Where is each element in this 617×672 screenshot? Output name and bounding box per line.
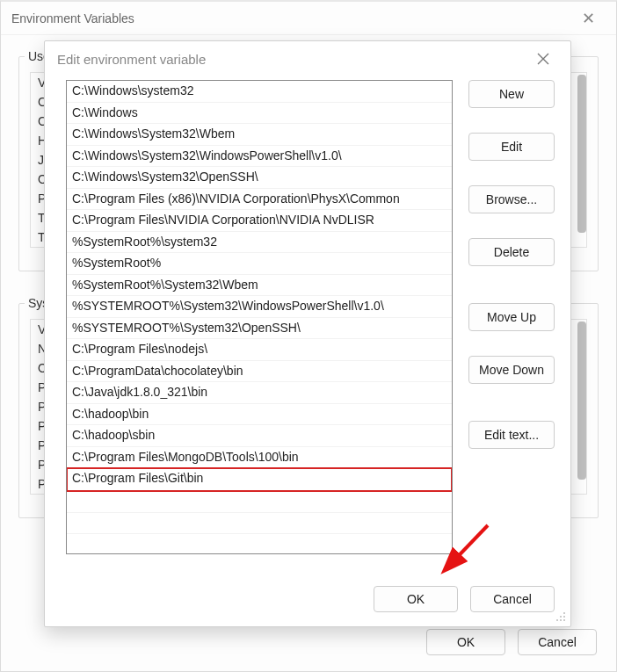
path-entry[interactable]: C:\Program Files (x86)\NVIDIA Corporatio… — [67, 189, 452, 211]
path-entry[interactable]: C:\Program Files\NVIDIA Corporation\NVID… — [67, 210, 452, 232]
edit-titlebar: Edit environment variable — [45, 41, 570, 76]
path-entry[interactable]: %SystemRoot%\system32 — [67, 232, 452, 254]
path-entry[interactable]: C:\Program Files\Git\bin — [66, 467, 453, 492]
scrollbar-thumb[interactable] — [577, 322, 586, 480]
edit-environment-variable-dialog: Edit environment variable C:\Windows\sys… — [44, 40, 571, 627]
move-up-button[interactable]: Move Up — [468, 303, 555, 331]
path-entry-empty[interactable] — [67, 534, 452, 554]
path-entry[interactable]: C:\Windows\System32\Wbem — [67, 124, 452, 146]
path-entry[interactable]: C:\hadoop\sbin — [67, 425, 452, 447]
path-entry[interactable]: C:\Program Files\MongoDB\Tools\100\bin — [67, 447, 452, 469]
bg-title: Environment Variables — [11, 11, 134, 25]
svg-point-0 — [563, 612, 565, 614]
path-entry[interactable]: %SYSTEMROOT%\System32\WindowsPowerShell\… — [67, 296, 452, 318]
move-down-button[interactable]: Move Down — [468, 356, 555, 384]
path-entry[interactable]: C:\Windows\system32 — [67, 81, 452, 103]
path-entry[interactable]: C:\Java\jdk1.8.0_321\bin — [67, 382, 452, 404]
path-entry[interactable]: C:\hadoop\bin — [67, 404, 452, 426]
edit-button[interactable]: Edit — [468, 133, 555, 161]
path-listbox[interactable]: C:\Windows\system32C:\WindowsC:\Windows\… — [66, 80, 453, 554]
bg-titlebar: Environment Variables ✕ — [1, 2, 616, 35]
resize-grip-icon[interactable] — [555, 611, 567, 623]
svg-point-2 — [560, 616, 562, 618]
svg-point-4 — [560, 619, 562, 621]
ok-button[interactable]: OK — [374, 586, 458, 612]
edit-dialog-title: Edit environment variable — [57, 52, 206, 67]
path-entry[interactable]: %SYSTEMROOT%\System32\OpenSSH\ — [67, 318, 452, 340]
edit-dialog-footer: OK Cancel — [374, 586, 555, 612]
browse-button[interactable]: Browse... — [468, 185, 555, 213]
side-button-column: New Edit Browse... Delete Move Up Move D… — [468, 80, 555, 554]
path-entry[interactable]: %SystemRoot%\System32\Wbem — [67, 275, 452, 297]
new-button[interactable]: New — [468, 80, 555, 108]
delete-button[interactable]: Delete — [468, 238, 555, 266]
path-entry[interactable]: C:\Windows\System32\WindowsPowerShell\v1… — [67, 146, 452, 168]
scrollbar-thumb[interactable] — [577, 75, 586, 233]
bg-cancel-button[interactable]: Cancel — [518, 629, 597, 655]
edit-text-button[interactable]: Edit text... — [468, 421, 555, 449]
path-entry[interactable]: C:\Program Files\nodejs\ — [67, 339, 452, 361]
path-entry[interactable]: C:\ProgramData\chocolatey\bin — [67, 361, 452, 383]
path-entry[interactable]: C:\Windows — [67, 103, 452, 125]
bg-ok-button[interactable]: OK — [426, 629, 505, 655]
svg-point-3 — [563, 619, 565, 621]
path-entry[interactable]: %SystemRoot% — [67, 253, 452, 275]
close-icon[interactable]: ✕ — [570, 9, 606, 28]
cancel-button[interactable]: Cancel — [470, 586, 555, 612]
path-entry[interactable]: C:\Windows\System32\OpenSSH\ — [67, 167, 452, 189]
path-entry-empty[interactable] — [67, 513, 452, 535]
svg-point-1 — [563, 616, 565, 618]
svg-point-5 — [556, 619, 558, 621]
path-entry-empty[interactable] — [67, 491, 452, 513]
bg-dialog-footer: OK Cancel — [426, 629, 597, 655]
close-icon[interactable] — [528, 44, 558, 74]
